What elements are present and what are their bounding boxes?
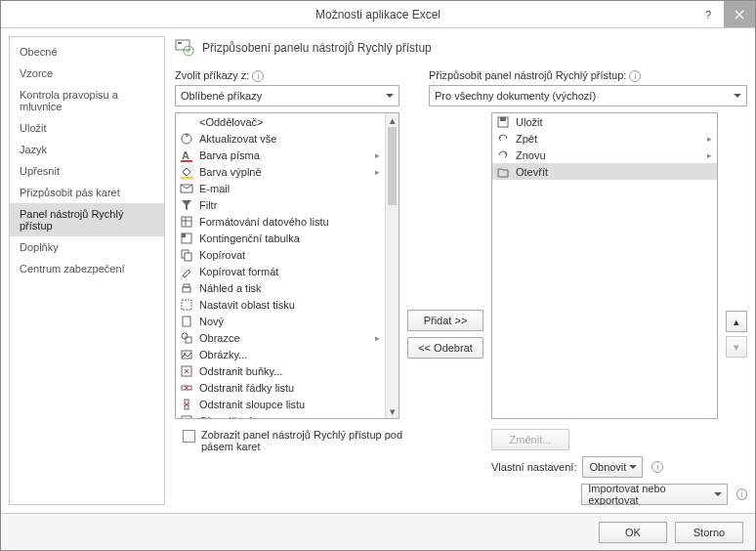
list-item[interactable]: <Oddělovač> [176, 113, 385, 130]
list-item[interactable]: Uložit [492, 113, 717, 130]
list-item[interactable]: Aktualizovat vše [176, 130, 385, 147]
sheet-icon [180, 215, 193, 229]
cancel-button[interactable]: Storno [675, 522, 743, 543]
scroll-down[interactable]: ▾ [386, 404, 399, 418]
sidebar-item[interactable]: Centrum zabezpečení [10, 258, 164, 279]
list-item[interactable]: Kopírovat formát [176, 263, 385, 279]
move-down-button: ▾ [726, 336, 747, 358]
list-item[interactable]: Zpět▸ [492, 130, 717, 147]
info-icon[interactable]: i [252, 70, 264, 82]
info-icon[interactable]: i [736, 488, 747, 500]
svg-rect-15 [183, 317, 190, 326]
choose-commands-label: Zvolit příkazy z:i [175, 69, 399, 82]
save-icon [496, 115, 510, 129]
remove-button[interactable]: << Odebrat [407, 337, 483, 359]
list-item[interactable]: Odstranit buňky... [176, 362, 385, 379]
main-panel: Přizpůsobení panelu nástrojů Rychlý přís… [175, 36, 747, 505]
list-item-label: Kontingenční tabulka [199, 233, 381, 244]
submenu-indicator: ▸ [375, 150, 381, 160]
list-item[interactable]: Nastavit oblast tisku [176, 296, 385, 313]
mail-icon [180, 182, 193, 195]
submenu-indicator: ▸ [707, 150, 713, 160]
sidebar-item[interactable]: Vzorce [10, 63, 164, 84]
lists-area: <Oddělovač>Aktualizovat všeABarva písma▸… [175, 112, 747, 419]
list-item[interactable]: Formátování datového listu [176, 213, 385, 230]
svg-rect-12 [183, 287, 190, 292]
sidebar-item[interactable]: Panel nástrojů Rychlý přístup [10, 203, 164, 236]
list-item-label: Odstranit buňky... [199, 365, 381, 377]
scroll-thumb[interactable] [388, 127, 397, 205]
list-item[interactable]: Obrázky... [176, 346, 385, 362]
list-item[interactable]: Barva výplně▸ [176, 163, 385, 180]
list-item[interactable]: Odstranit sloupce listu [176, 396, 385, 412]
list-item[interactable]: Náhled a tisk [176, 279, 385, 296]
list-item[interactable]: Odstranit řádky listu [176, 379, 385, 396]
list-item-label: Zpět [516, 133, 701, 145]
list-item-label: Odstranit řádky listu [199, 382, 381, 394]
selector-row: Zvolit příkazy z:i Oblíbené příkazy Přiz… [175, 69, 747, 106]
blank-icon [180, 115, 193, 129]
list-item[interactable]: Nový [176, 313, 385, 329]
list-item[interactable]: E-mail [176, 180, 385, 196]
move-up-button[interactable]: ▴ [726, 311, 747, 332]
sidebar-item[interactable]: Jazyk [10, 139, 164, 160]
window-buttons: ? [693, 1, 755, 27]
add-button[interactable]: Přidat >> [407, 310, 483, 331]
list-item[interactable]: Ohraničení▸ [176, 412, 385, 418]
list-item-label: Aktualizovat vše [199, 133, 381, 145]
scroll-up[interactable]: ▴ [386, 113, 399, 127]
panel-title: Přizpůsobení panelu nástrojů Rychlý přís… [202, 41, 432, 55]
brush-icon [180, 265, 193, 278]
import-export-dropdown[interactable]: Importovat nebo exportovat [581, 484, 727, 505]
category-sidebar: ObecnéVzorceKontrola pravopisu a mluvnic… [9, 36, 165, 505]
list-item-label: Formátování datového listu [199, 216, 381, 228]
border-icon [180, 414, 193, 419]
svg-text:A: A [182, 149, 189, 161]
info-icon[interactable]: i [629, 70, 641, 82]
A-icon: A [180, 148, 193, 162]
help-button[interactable]: ? [693, 1, 724, 27]
customize-qat-select[interactable]: Pro všechny dokumenty (výchozí) [429, 85, 747, 106]
lower-left: Zobrazit panel nástrojů Rychlý přístup p… [175, 425, 483, 452]
fill-icon [180, 165, 193, 179]
list-item-label: Ohraničení [199, 415, 369, 419]
sidebar-item[interactable]: Doplňky [10, 236, 164, 258]
scrollbar[interactable]: ▴ ▾ [385, 113, 399, 418]
print-icon [180, 281, 193, 295]
reorder-buttons: ▴ ▾ [726, 112, 747, 419]
new-icon [180, 315, 193, 328]
list-item[interactable]: Obrazce▸ [176, 329, 385, 346]
sidebar-item[interactable]: Upřesnit [10, 160, 164, 182]
list-item[interactable]: Otevřít [492, 163, 717, 180]
window-title: Možnosti aplikace Excel [1, 8, 755, 21]
show-below-ribbon-label: Zobrazit panel nástrojů Rychlý přístup p… [201, 429, 426, 452]
sidebar-item[interactable]: Kontrola pravopisu a mluvnice [10, 84, 164, 117]
shapes-icon [180, 331, 193, 345]
reset-dropdown[interactable]: Obnovit [582, 456, 643, 478]
list-item[interactable]: Znovu▸ [492, 147, 717, 163]
custom-settings-row: Vlastní nastavení: Obnovit i [491, 456, 663, 478]
current-commands-list[interactable]: UložitZpět▸Znovu▸Otevřít [491, 112, 718, 419]
list-item[interactable]: Kontingenční tabulka [176, 230, 385, 246]
list-item-label: Filtr [199, 199, 381, 211]
sidebar-item[interactable]: Přizpůsobit pás karet [10, 182, 164, 203]
list-item[interactable]: ABarva písma▸ [176, 147, 385, 163]
svg-point-16 [182, 333, 188, 339]
list-item-label: Náhled a tisk [199, 282, 381, 294]
available-commands-list[interactable]: <Oddělovač>Aktualizovat všeABarva písma▸… [175, 112, 399, 419]
submenu-indicator: ▸ [375, 167, 381, 177]
show-below-ribbon-checkbox[interactable] [183, 430, 195, 443]
list-item-label: Otevřít [516, 166, 713, 178]
list-item[interactable]: Kopírovat [176, 246, 385, 263]
sidebar-item[interactable]: Obecné [10, 41, 164, 63]
dialog-window: Možnosti aplikace Excel ? ObecnéVzorceKo… [0, 0, 756, 551]
info-icon[interactable]: i [651, 461, 663, 473]
list-item[interactable]: Filtr [176, 196, 385, 213]
choose-commands-select[interactable]: Oblíbené příkazy [175, 85, 399, 106]
close-button[interactable] [724, 1, 755, 27]
customize-qat-label: Přizpůsobit panel nástrojů Rychlý přístu… [429, 69, 747, 82]
delrow-icon [180, 381, 193, 395]
svg-rect-13 [184, 284, 189, 287]
ok-button[interactable]: OK [599, 522, 667, 543]
sidebar-item[interactable]: Uložit [10, 117, 164, 139]
